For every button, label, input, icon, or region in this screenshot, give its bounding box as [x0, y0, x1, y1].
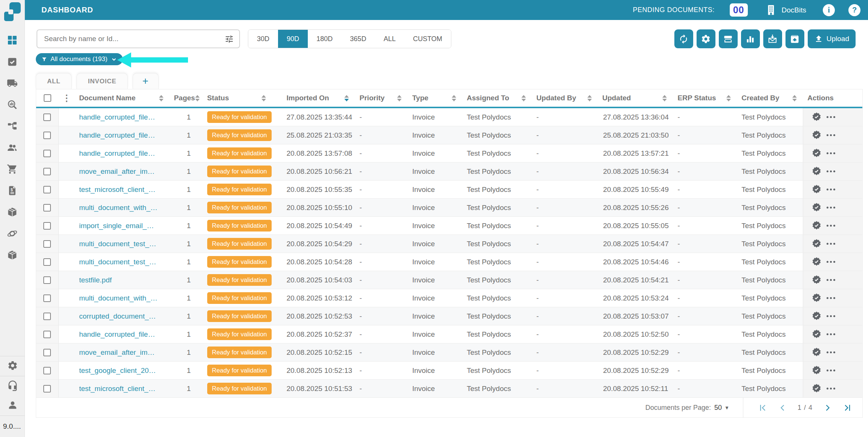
sort-arrows-icon[interactable]: [261, 95, 266, 101]
column-header-pages[interactable]: Pages: [170, 89, 203, 107]
column-header-created-by[interactable]: Created By: [737, 89, 803, 107]
document-name-link[interactable]: move_email_after_im…: [79, 348, 155, 357]
sidebar-item-packages[interactable]: [0, 202, 25, 224]
row-checkbox[interactable]: [43, 294, 51, 302]
row-more-button[interactable]: [827, 315, 835, 317]
row-checkbox[interactable]: [43, 313, 51, 320]
column-header-assigned-to[interactable]: Assigned To: [462, 89, 532, 107]
row-more-button[interactable]: [827, 243, 835, 245]
document-name-link[interactable]: testfile.pdf: [79, 276, 112, 284]
row-more-button[interactable]: [827, 370, 835, 371]
row-checkbox[interactable]: [43, 204, 51, 212]
document-name-link[interactable]: move_email_after_im…: [79, 167, 155, 176]
sidebar-item-dashboard[interactable]: [0, 30, 25, 52]
row-checkbox[interactable]: [43, 258, 51, 266]
search-input[interactable]: [37, 35, 225, 43]
help-button[interactable]: ?: [848, 4, 860, 16]
info-button[interactable]: i: [823, 4, 835, 16]
document-name-link[interactable]: multi_document_test_…: [79, 258, 156, 266]
column-header-updated[interactable]: Updated: [598, 89, 673, 107]
validate-action-button[interactable]: [811, 239, 822, 249]
row-checkbox[interactable]: [43, 150, 51, 157]
row-more-button[interactable]: [827, 134, 835, 136]
column-header-imported-on[interactable]: Imported On: [272, 89, 355, 107]
time-filter-180d[interactable]: 180D: [308, 30, 341, 48]
document-name-link[interactable]: handle_corrupted_file…: [79, 113, 155, 121]
column-header-type[interactable]: Type: [408, 89, 462, 107]
analytics-button[interactable]: [741, 29, 760, 48]
row-more-button[interactable]: [827, 261, 835, 263]
row-more-button[interactable]: [827, 207, 835, 209]
validate-action-button[interactable]: [811, 275, 822, 285]
last-page-button[interactable]: [842, 403, 853, 413]
row-more-button[interactable]: [827, 351, 835, 353]
sidebar-item-shipping[interactable]: [0, 73, 25, 95]
column-header-updated-by[interactable]: Updated By: [532, 89, 598, 107]
tab-invoice[interactable]: INVOICE: [76, 73, 128, 89]
validate-action-button[interactable]: [811, 347, 822, 357]
add-tab-button[interactable]: +: [133, 73, 159, 89]
export-button[interactable]: [785, 29, 804, 48]
settings-button[interactable]: [697, 29, 715, 48]
row-more-button[interactable]: [827, 279, 835, 281]
row-more-button[interactable]: [827, 333, 835, 335]
time-filter-30d[interactable]: 30D: [248, 30, 278, 48]
row-more-button[interactable]: [827, 116, 835, 118]
select-all-checkbox[interactable]: [44, 94, 51, 102]
search-filter-button[interactable]: [225, 34, 234, 44]
sidebar-item-integrations[interactable]: [0, 224, 25, 245]
column-header-status[interactable]: Status: [203, 89, 272, 107]
sidebar-item-support[interactable]: [0, 376, 25, 396]
validate-action-button[interactable]: [811, 112, 822, 122]
row-checkbox[interactable]: [43, 168, 51, 175]
sidebar-item-products[interactable]: [0, 245, 25, 267]
column-menu-button[interactable]: ⋮: [59, 89, 75, 107]
scanner-button[interactable]: [719, 29, 738, 48]
validate-action-button[interactable]: [811, 202, 822, 213]
time-filter-custom[interactable]: CUSTOM: [404, 30, 451, 48]
column-header-erp-status[interactable]: ERP Status: [673, 89, 737, 107]
row-more-button[interactable]: [827, 152, 835, 154]
row-checkbox[interactable]: [43, 222, 51, 230]
row-checkbox[interactable]: [43, 132, 51, 139]
validate-action-button[interactable]: [811, 293, 822, 303]
time-filter-365d[interactable]: 365D: [341, 30, 375, 48]
row-more-button[interactable]: [827, 388, 835, 389]
validate-action-button[interactable]: [811, 130, 822, 140]
document-name-link[interactable]: test_microsoft_client_…: [79, 186, 156, 194]
column-header-document-name[interactable]: Document Name: [75, 89, 170, 107]
validate-action-button[interactable]: [811, 329, 822, 339]
row-checkbox[interactable]: [43, 240, 51, 248]
app-logo[interactable]: [0, 0, 24, 20]
row-checkbox[interactable]: [43, 276, 51, 284]
sidebar-item-validation[interactable]: [0, 52, 25, 73]
sidebar-item-analytics-search[interactable]: [0, 95, 25, 116]
sort-arrows-icon[interactable]: [792, 95, 797, 101]
brand-name[interactable]: DocBits: [782, 6, 806, 14]
validate-action-button[interactable]: [811, 184, 822, 195]
sort-arrows-icon[interactable]: [521, 95, 526, 101]
sort-arrows-icon[interactable]: [662, 95, 667, 101]
document-name-link[interactable]: handle_corrupted_file…: [79, 330, 155, 339]
upload-button[interactable]: Upload: [808, 29, 856, 48]
sidebar-item-invoices[interactable]: $: [0, 181, 25, 202]
sidebar-item-profile[interactable]: [0, 396, 25, 416]
validate-action-button[interactable]: [811, 311, 822, 321]
document-name-link[interactable]: multi_document_with_…: [79, 204, 157, 212]
row-checkbox[interactable]: [43, 331, 51, 338]
sidebar-item-workflow[interactable]: [0, 116, 25, 138]
row-more-button[interactable]: [827, 225, 835, 227]
column-header-priority[interactable]: Priority: [355, 89, 408, 107]
first-page-button[interactable]: [758, 403, 768, 413]
document-name-link[interactable]: multi_document_test_…: [79, 240, 156, 248]
row-checkbox[interactable]: [43, 349, 51, 356]
row-more-button[interactable]: [827, 170, 835, 172]
email-import-button[interactable]: [763, 29, 782, 48]
next-page-button[interactable]: [822, 403, 833, 413]
validate-action-button[interactable]: [811, 257, 822, 267]
validate-action-button[interactable]: [811, 365, 822, 376]
sidebar-item-users[interactable]: [0, 138, 25, 159]
validate-action-button[interactable]: [811, 221, 822, 231]
all-documents-filter-chip[interactable]: All documents (193): [36, 53, 123, 65]
per-page-caret-icon[interactable]: ▼: [724, 405, 729, 411]
